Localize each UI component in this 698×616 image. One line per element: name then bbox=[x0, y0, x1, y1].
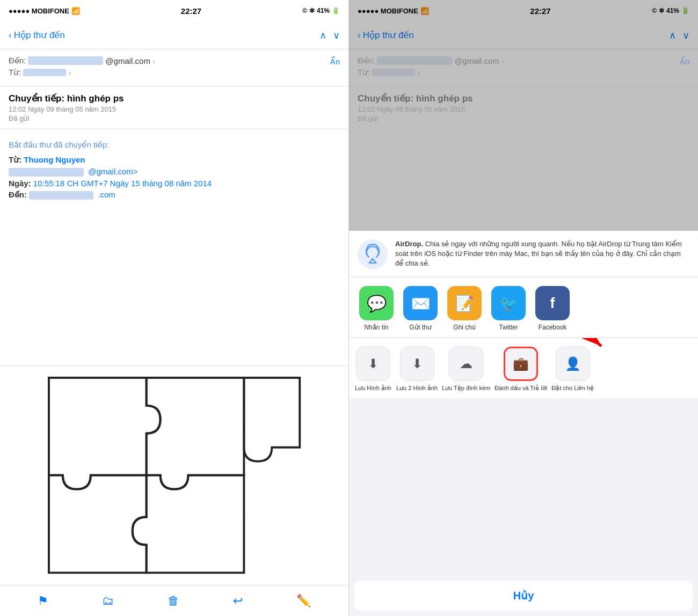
mail-icon: ✉️ bbox=[403, 286, 438, 320]
share-actions-row: ⬇ Lưu Hình ảnh ⬇ Lưu 2 Hình ảnh ☁ Lưu bbox=[349, 338, 698, 398]
share-messages[interactable]: 💬 Nhắn tin bbox=[358, 286, 395, 331]
left-nav-bar: ‹ Hộp thư đến ∧ ∨ bbox=[0, 21, 348, 49]
flag-reply-icon: 💼 bbox=[504, 347, 538, 381]
cancel-button[interactable]: Hủy bbox=[513, 590, 534, 602]
left-up-arrow[interactable]: ∧ bbox=[319, 30, 326, 41]
left-from-email: @gmail.com> bbox=[9, 167, 340, 177]
left-from-label: Từ: Thuong Nguyen bbox=[9, 155, 340, 165]
save-2image-icon: ⬇ bbox=[400, 347, 434, 381]
share-notes[interactable]: 📝 Ghi chú bbox=[446, 286, 483, 331]
left-email-header: Đến: @gmail.com › Ẩn Từ: › bbox=[0, 49, 348, 86]
share-mail[interactable]: ✉️ Gửi thư bbox=[402, 286, 439, 331]
mail-label: Gửi thư bbox=[409, 324, 431, 331]
left-to-field: Đến: @gmail.com › bbox=[9, 56, 155, 65]
save-image-action[interactable]: ⬇ Lưu Hình ảnh bbox=[354, 347, 392, 392]
left-from-name: Thuong Nguyen bbox=[24, 155, 85, 164]
left-inbox-label: Hộp thư đến bbox=[14, 30, 65, 41]
dim-overlay bbox=[349, 0, 698, 231]
left-puzzle-area bbox=[0, 365, 348, 585]
flag-reply-label: Đánh dấu và Trả lời bbox=[495, 384, 547, 392]
twitter-icon: 🐦 bbox=[491, 286, 526, 320]
share-twitter[interactable]: 🐦 Twitter bbox=[490, 286, 527, 331]
left-panel: ●●●●● MOBIFONE 📶 22:27 © ✻ 41% 🔋 ‹ Hộp t… bbox=[0, 0, 349, 616]
cancel-button-container[interactable]: Hủy bbox=[354, 581, 693, 611]
red-arrow bbox=[537, 338, 612, 362]
share-sheet: AirDrop. Chia sẻ ngay với những người xu… bbox=[349, 231, 698, 616]
row2-padding bbox=[349, 398, 698, 402]
trash-icon[interactable]: 🗑 bbox=[168, 594, 179, 608]
cancel-section: Hủy bbox=[349, 402, 698, 616]
left-down-arrow[interactable]: ∨ bbox=[333, 30, 340, 41]
facebook-label: Facebook bbox=[539, 324, 567, 331]
reply-icon[interactable]: ↩ bbox=[233, 594, 243, 608]
save-attachment-action[interactable]: ☁ Lưu Tệp đính kèm bbox=[442, 347, 490, 392]
left-subject-line: Chuyển tiếp: hình ghép ps bbox=[9, 93, 340, 104]
left-date-detail: 10:55:18 CH GMT+7 Ngày 15 tháng 08 năm 2… bbox=[33, 179, 212, 188]
left-time: 22:27 bbox=[181, 6, 201, 16]
airdrop-icon bbox=[358, 239, 388, 269]
messages-label: Nhắn tin bbox=[364, 324, 388, 331]
puzzle-image bbox=[35, 364, 314, 586]
save-image-icon: ⬇ bbox=[356, 347, 390, 381]
svg-point-0 bbox=[358, 239, 388, 269]
left-bottom-toolbar: ⚑ 🗂 🗑 ↩ ✏️ bbox=[0, 585, 348, 616]
left-from-field: Từ: › bbox=[9, 68, 340, 77]
left-email-date: 12:02 Ngày 09 tháng 05 năm 2015 bbox=[9, 105, 340, 113]
share-apps-row: 💬 Nhắn tin ✉️ Gửi thư 📝 Ghi chú bbox=[349, 277, 698, 338]
save-image-label: Lưu Hình ảnh bbox=[355, 384, 391, 392]
notes-icon: 📝 bbox=[447, 286, 482, 320]
left-carrier: ●●●●● MOBIFONE 📶 bbox=[9, 7, 80, 15]
airdrop-section: AirDrop. Chia sẻ ngay với những người xu… bbox=[349, 231, 698, 277]
left-status-bar: ●●●●● MOBIFONE 📶 22:27 © ✻ 41% 🔋 bbox=[0, 0, 348, 21]
compose-icon[interactable]: ✏️ bbox=[296, 594, 311, 608]
left-back-button[interactable]: ‹ Hộp thư đến bbox=[9, 30, 65, 41]
save-2image-action[interactable]: ⬇ Lưu 2 Hình ảnh bbox=[396, 347, 438, 392]
left-email-sent: Đã gửi bbox=[9, 114, 340, 122]
save-2image-label: Lưu 2 Hình ảnh bbox=[396, 384, 438, 392]
left-divider bbox=[0, 129, 348, 129]
save-attachment-icon: ☁ bbox=[449, 347, 483, 381]
left-to-line: Đến: .com bbox=[9, 190, 340, 200]
folder-icon[interactable]: 🗂 bbox=[102, 594, 114, 608]
flag-icon[interactable]: ⚑ bbox=[38, 594, 48, 608]
left-email-body: Bắt đầu thư đã chuyển tiếp: Từ: Thuong N… bbox=[0, 134, 348, 365]
left-nav-arrows: ∧ ∨ bbox=[319, 30, 340, 41]
set-contact-label: Đặt cho Liên hệ bbox=[551, 384, 594, 392]
messages-icon: 💬 bbox=[359, 286, 394, 320]
left-battery: © ✻ 41% 🔋 bbox=[302, 7, 340, 14]
twitter-label: Twitter bbox=[499, 324, 518, 331]
share-facebook[interactable]: f Facebook bbox=[534, 286, 571, 331]
left-date-line: Ngày: 10:55:18 CH GMT+7 Ngày 15 tháng 08… bbox=[9, 179, 340, 188]
facebook-icon: f bbox=[535, 286, 570, 320]
notes-label: Ghi chú bbox=[453, 324, 475, 331]
right-panel: ●●●●● MOBIFONE 📶 22:27 ©✻ 41% 🔋 ‹ Hộp th… bbox=[349, 0, 698, 616]
left-email-subject: Chuyển tiếp: hình ghép ps 12:02 Ngày 09 … bbox=[0, 86, 348, 124]
save-attachment-label: Lưu Tệp đính kèm bbox=[442, 384, 490, 392]
airdrop-description: AirDrop. Chia sẻ ngay với những người xu… bbox=[395, 239, 689, 269]
left-forward-label: Bắt đầu thư đã chuyển tiếp: bbox=[9, 140, 340, 150]
share-sheet-overlay: AirDrop. Chia sẻ ngay với những người xu… bbox=[349, 231, 698, 616]
